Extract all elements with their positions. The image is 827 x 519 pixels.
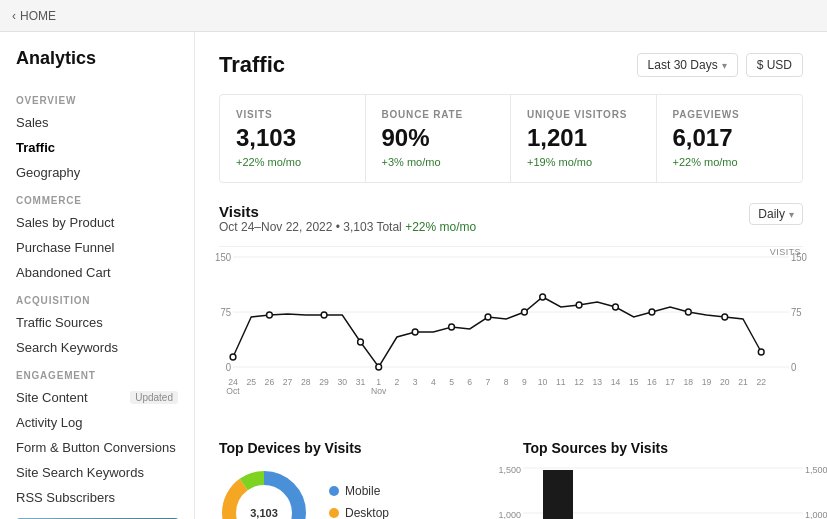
stat-bounce-change: +3% mo/mo (382, 156, 495, 168)
stat-unique-value: 1,201 (527, 124, 640, 152)
sidebar: Analytics OVERVIEW Sales Traffic Geograp… (0, 32, 195, 519)
svg-text:30: 30 (337, 377, 347, 387)
svg-text:0: 0 (791, 362, 797, 373)
legend-mobile: Mobile (329, 484, 389, 498)
stat-pageviews-change: +22% mo/mo (673, 156, 787, 168)
sidebar-section-commerce: COMMERCE (0, 185, 194, 210)
svg-point-16 (485, 314, 491, 320)
content-header: Traffic Last 30 Days ▾ $ USD (219, 52, 803, 78)
visits-chart-section: Visits Oct 24–Nov 22, 2022 • 3,103 Total… (219, 203, 803, 416)
top-bar: ‹ HOME (0, 0, 827, 32)
period-label: Daily (758, 207, 785, 221)
sidebar-item-rss-subscribers[interactable]: RSS Subscribers (0, 485, 194, 510)
sidebar-item-abandoned-cart[interactable]: Abandoned Cart (0, 260, 194, 285)
svg-text:28: 28 (301, 377, 311, 387)
sidebar-item-sales[interactable]: Sales (0, 110, 194, 135)
sidebar-item-sales-by-product[interactable]: Sales by Product (0, 210, 194, 235)
svg-text:27: 27 (283, 377, 293, 387)
svg-rect-67 (543, 470, 573, 519)
mobile-label: Mobile (345, 484, 380, 498)
svg-text:9: 9 (522, 377, 527, 387)
sidebar-section-engagement: ENGAGEMENT (0, 360, 194, 385)
svg-text:7: 7 (486, 377, 491, 387)
back-arrow-icon: ‹ (12, 9, 16, 23)
svg-text:25: 25 (246, 377, 256, 387)
stats-row: VISITS 3,103 +22% mo/mo BOUNCE RATE 90% … (219, 94, 803, 183)
svg-point-14 (412, 329, 418, 335)
home-label: HOME (20, 9, 56, 23)
chevron-down-icon: ▾ (722, 60, 727, 71)
svg-point-10 (267, 312, 273, 318)
svg-point-21 (649, 309, 655, 315)
sidebar-item-activity-log[interactable]: Activity Log (0, 410, 194, 435)
desktop-dot (329, 508, 339, 518)
donut-center-value: 3,103 (250, 507, 278, 519)
period-chevron-icon: ▾ (789, 209, 794, 220)
svg-text:20: 20 (720, 377, 730, 387)
svg-point-24 (758, 349, 764, 355)
svg-text:Oct: Oct (226, 386, 240, 396)
sidebar-section-overview: OVERVIEW (0, 85, 194, 110)
period-selector[interactable]: Daily ▾ (749, 203, 803, 225)
svg-point-18 (540, 294, 546, 300)
svg-text:Nov: Nov (371, 386, 387, 396)
stat-unique: UNIQUE VISITORS 1,201 +19% mo/mo (511, 95, 657, 182)
stat-bounce-label: BOUNCE RATE (382, 109, 495, 120)
sidebar-item-traffic-sources[interactable]: Traffic Sources (0, 310, 194, 335)
chart-date-range: Oct 24–Nov 22, 2022 • 3,103 Total (219, 220, 402, 234)
date-range-selector[interactable]: Last 30 Days ▾ (637, 53, 738, 77)
content-area: Traffic Last 30 Days ▾ $ USD VISITS 3,10… (195, 32, 827, 519)
bar-chart-svg: 1,500 1,000 1,500 1,000 (523, 468, 803, 519)
svg-text:1,500: 1,500 (498, 465, 521, 475)
svg-text:4: 4 (431, 377, 436, 387)
svg-text:2: 2 (395, 377, 400, 387)
sidebar-item-traffic[interactable]: Traffic (0, 135, 194, 160)
svg-text:26: 26 (265, 377, 275, 387)
svg-text:5: 5 (449, 377, 454, 387)
svg-text:1,000: 1,000 (498, 510, 521, 519)
stat-pageviews-value: 6,017 (673, 124, 787, 152)
sidebar-item-site-content[interactable]: Site Content Updated (0, 385, 194, 410)
sidebar-item-geography[interactable]: Geography (0, 160, 194, 185)
svg-text:18: 18 (684, 377, 694, 387)
svg-text:22: 22 (756, 377, 766, 387)
svg-text:3: 3 (413, 377, 418, 387)
top-devices-title: Top Devices by Visits (219, 440, 499, 456)
mobile-dot (329, 486, 339, 496)
currency-label: $ USD (757, 58, 792, 72)
stat-pageviews: PAGEVIEWS 6,017 +22% mo/mo (657, 95, 803, 182)
stat-visits-value: 3,103 (236, 124, 349, 152)
svg-point-22 (685, 309, 691, 315)
svg-text:17: 17 (665, 377, 675, 387)
sidebar-item-search-keywords[interactable]: Search Keywords (0, 335, 194, 360)
svg-text:19: 19 (702, 377, 712, 387)
sidebar-item-form-button[interactable]: Form & Button Conversions (0, 435, 194, 460)
svg-point-9 (230, 354, 236, 360)
donut-svg: 3,103 (219, 468, 309, 519)
home-link[interactable]: ‹ HOME (12, 9, 56, 23)
svg-text:150: 150 (215, 252, 232, 263)
chart-header: Visits Oct 24–Nov 22, 2022 • 3,103 Total… (219, 203, 803, 242)
line-chart-svg: 150 75 0 150 75 0 (233, 257, 789, 412)
svg-point-15 (449, 324, 455, 330)
donut-chart-container: 3,103 Mobile Desktop (219, 468, 499, 519)
header-controls: Last 30 Days ▾ $ USD (637, 53, 803, 77)
chart-title-area: Visits Oct 24–Nov 22, 2022 • 3,103 Total… (219, 203, 476, 242)
sidebar-item-purchase-funnel[interactable]: Purchase Funnel (0, 235, 194, 260)
svg-point-20 (613, 304, 619, 310)
main-layout: Analytics OVERVIEW Sales Traffic Geograp… (0, 32, 827, 519)
currency-selector[interactable]: $ USD (746, 53, 803, 77)
svg-text:21: 21 (738, 377, 748, 387)
top-sources-title: Top Sources by Visits (523, 440, 803, 456)
stat-visits-change: +22% mo/mo (236, 156, 349, 168)
top-sources-section: Top Sources by Visits 1,500 1,000 1,500 (523, 440, 803, 519)
page-title: Traffic (219, 52, 285, 78)
stat-unique-label: UNIQUE VISITORS (527, 109, 640, 120)
chart-subtitle: Oct 24–Nov 22, 2022 • 3,103 Total +22% m… (219, 220, 476, 234)
svg-point-12 (358, 339, 364, 345)
svg-text:11: 11 (556, 377, 566, 387)
stat-pageviews-label: PAGEVIEWS (673, 109, 787, 120)
svg-text:31: 31 (356, 377, 366, 387)
donut-chart: 3,103 (219, 468, 309, 519)
sidebar-item-site-search[interactable]: Site Search Keywords (0, 460, 194, 485)
